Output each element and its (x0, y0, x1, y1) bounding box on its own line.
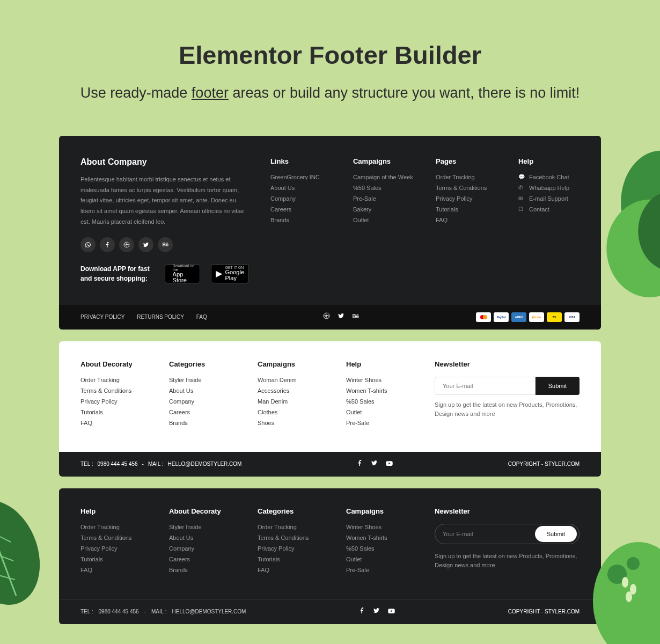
footer-link[interactable]: Privacy Policy (258, 545, 330, 552)
footer-link[interactable]: Pre-Sale (346, 567, 419, 573)
footer-link[interactable]: Privacy Policy (80, 545, 153, 552)
footer-link[interactable]: FAQ (80, 420, 153, 426)
copyright: COPYRIGHT - STYLER.COM (508, 461, 580, 467)
westernunion-icon: WU (547, 312, 562, 322)
footer-link[interactable]: Shoes (258, 420, 330, 426)
newsletter-text: Sign up to get the latest on new Product… (435, 552, 580, 570)
whatsapp-icon[interactable] (80, 237, 96, 252)
footer-link[interactable]: ☐Contact (518, 206, 580, 213)
footer-example-3: Help Order TrackingTerms & ConditionsPri… (59, 488, 601, 624)
footer-link[interactable]: %50 Sales (346, 545, 419, 552)
footer-link[interactable]: Terms & Conditions (80, 387, 153, 394)
facebook-icon[interactable] (356, 459, 363, 469)
categories-heading: Categories (258, 507, 330, 515)
footer-link[interactable]: Order Tracking (80, 377, 153, 383)
footer-link[interactable]: Careers (169, 556, 241, 562)
app-store-button[interactable]: Download on theApp Store (165, 264, 200, 283)
footer-link[interactable]: Brands (169, 567, 241, 573)
twitter-icon[interactable] (373, 607, 380, 617)
youtube-icon[interactable] (387, 607, 395, 617)
footer-link[interactable]: Order Tracking (436, 174, 497, 180)
legal-link[interactable]: FAQ (196, 314, 207, 320)
footer-link[interactable]: Campaign of the Week (353, 174, 414, 180)
footer-link[interactable]: Woman Denim (258, 377, 330, 383)
footer-link[interactable]: Terms & Conditions (80, 535, 153, 541)
visa-icon: VISA (564, 312, 580, 322)
svg-point-4 (593, 542, 660, 644)
footer-link[interactable]: Winter Shoes (346, 524, 419, 530)
about-text: Pellentesque habitant morbi tristique se… (80, 174, 249, 228)
footer-link[interactable]: Bakery (353, 206, 414, 213)
footer-link[interactable]: Clothes (258, 409, 330, 415)
footer-link[interactable]: Brands (270, 217, 332, 223)
footer-link[interactable]: Privacy Policy (436, 195, 497, 202)
campaigns-heading: Campaigns (346, 507, 419, 515)
footer-link[interactable]: Company (169, 545, 241, 552)
footer-link[interactable]: Tutorials (80, 409, 153, 415)
footer-link[interactable]: Styler Inside (169, 524, 241, 530)
footer-link[interactable]: %50 Sales (346, 398, 419, 405)
campaigns-list: Campaign of the Week %50 Sales Pre-Sale … (353, 174, 414, 223)
footer-link[interactable]: Women T-shirts (346, 535, 419, 541)
footer-link[interactable]: FAQ (436, 217, 497, 223)
footer-link[interactable]: Outlet (346, 409, 419, 415)
footer-link[interactable]: Pre-Sale (346, 420, 419, 426)
facebook-icon[interactable] (100, 237, 115, 252)
footer-link[interactable]: About Us (169, 535, 241, 541)
footer-link[interactable]: Tutorials (436, 206, 497, 213)
footer-link[interactable]: About Us (169, 387, 241, 394)
footer-link[interactable]: Accessories (258, 387, 330, 394)
footer-link[interactable]: Tutorials (258, 556, 330, 562)
legal-link[interactable]: PRIVACY POLICY (80, 314, 124, 320)
legal-link[interactable]: RETURNS POLICY (137, 314, 184, 320)
help-heading: Help (518, 157, 580, 165)
footer-link[interactable]: Pre-Sale (353, 195, 414, 202)
twitter-icon[interactable] (338, 312, 344, 321)
twitter-icon[interactable] (371, 459, 378, 469)
dribbble-icon[interactable] (119, 237, 134, 252)
page-title: Elementor Footer Builder (0, 40, 660, 70)
bitcoin-icon: ₿itcoin (529, 312, 544, 322)
footer-link[interactable]: Man Denim (258, 398, 330, 405)
footer-link[interactable]: Terms & Conditions (436, 185, 497, 191)
footer-link[interactable]: Outlet (353, 217, 414, 223)
submit-button[interactable]: Submit (535, 526, 577, 542)
footer-link[interactable]: FAQ (80, 567, 153, 573)
footer-link[interactable]: Terms & Conditions (258, 535, 330, 541)
categories-heading: Categories (169, 360, 241, 368)
youtube-icon[interactable] (385, 459, 393, 469)
footer-link[interactable]: Company (270, 195, 332, 202)
footer-link[interactable]: About Us (270, 185, 332, 191)
behance-icon[interactable] (158, 237, 173, 252)
amex-icon: AMEX (511, 312, 526, 322)
footer-link[interactable]: Outlet (346, 556, 419, 562)
footer-link[interactable]: Tutorials (80, 556, 153, 562)
footer-link[interactable]: Order Tracking (258, 524, 330, 530)
footer-link[interactable]: FAQ (258, 567, 330, 573)
footer-link[interactable]: 💬Facebook Chat (518, 174, 580, 180)
email-input[interactable] (443, 531, 535, 537)
svg-point-7 (622, 577, 628, 588)
footer-link[interactable]: Careers (169, 409, 241, 415)
google-play-button[interactable]: ▶GET IT ONGoogle Play (211, 264, 249, 283)
email-input[interactable] (435, 377, 536, 395)
footer-link[interactable]: GreenGrocery INC (270, 174, 332, 180)
messenger-icon: 💬 (518, 174, 525, 180)
facebook-icon[interactable] (358, 607, 365, 617)
submit-button[interactable]: Submit (536, 377, 580, 395)
footer-link[interactable]: ✆Whatsapp Help (518, 185, 580, 191)
footer-link[interactable]: Careers (270, 206, 332, 213)
footer-link[interactable]: Privacy Policy (80, 398, 153, 405)
footer-link[interactable]: %50 Sales (353, 185, 414, 191)
twitter-icon[interactable] (138, 237, 153, 252)
dribbble-icon[interactable] (323, 312, 330, 321)
footer-link[interactable]: Brands (169, 420, 241, 426)
pages-heading: Pages (436, 157, 497, 165)
footer-link[interactable]: ✉E-mail Support (518, 195, 580, 202)
footer-link[interactable]: Company (169, 398, 241, 405)
footer-link[interactable]: Women T-shirts (346, 387, 419, 394)
footer-link[interactable]: Styler Inside (169, 377, 241, 383)
footer-link[interactable]: Winter Shoes (346, 377, 419, 383)
footer-link[interactable]: Order Tracking (80, 524, 153, 530)
behance-icon[interactable] (352, 312, 360, 321)
